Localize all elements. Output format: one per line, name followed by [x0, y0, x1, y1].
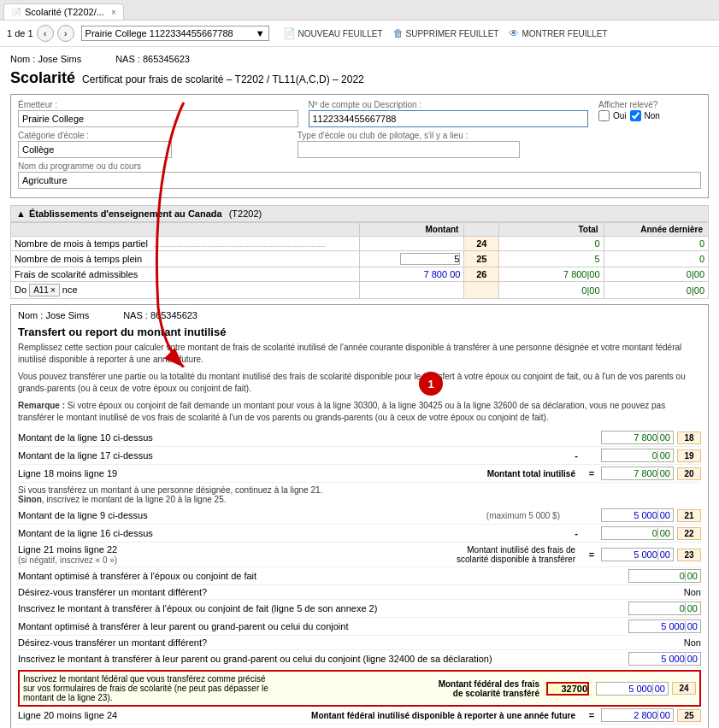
- tab-bar: 📄 Scolarité (T2202/... ×: [0, 0, 719, 21]
- dropdown-arrow-icon: ▼: [256, 28, 265, 38]
- montant-input[interactable]: [400, 253, 460, 265]
- person-nas: NAS : 865345623: [115, 54, 190, 64]
- programme-label: Nom du programme ou du cours: [18, 161, 701, 171]
- col-num-header: [464, 223, 499, 237]
- row-num-cell: 26: [464, 267, 499, 282]
- line-19-num: 19: [677, 449, 701, 462]
- etablissements-title: Établissements d'enseignement au Canada: [29, 208, 222, 219]
- inscrire1-label: Inscrivez le montant à transférer à l'ép…: [18, 603, 625, 614]
- table-row: Nombre de mois à temps partiel 24 0 0: [11, 237, 709, 251]
- emetteur-input[interactable]: [18, 110, 298, 127]
- inscrire2-label: Inscrivez le montant à transférer à leur…: [18, 654, 625, 664]
- oui-checkbox[interactable]: [598, 110, 610, 121]
- line-21-value: 5 00000: [601, 508, 674, 522]
- record-dropdown[interactable]: Prairie College 1122334455667788 ▼: [81, 26, 269, 41]
- line-24-value: 5 00000: [596, 682, 669, 696]
- person-info-bar: Nom : Jose Sims NAS : 865345623: [10, 54, 709, 64]
- line-25-extra: Montant fédéral inutilisé disponible à r…: [298, 711, 582, 720]
- emetteur-group: Émetteur :: [18, 100, 298, 127]
- desire2-row: Désirez-vous transférer un montant diffé…: [18, 636, 701, 650]
- line-20-row: Ligne 18 moins ligne 19 Montant total in…: [18, 465, 701, 483]
- table-row: Do A11 × nce 0|00 0|00: [11, 282, 709, 299]
- opt-transfer2-value: 5 00000: [628, 619, 701, 633]
- delete-sheet-label: SUPPRIMER FEUILLET: [406, 29, 499, 38]
- etablissements-table: Montant Total Année dernière Nombre de m…: [10, 222, 709, 299]
- row-label: Do A11 × nce: [11, 282, 360, 299]
- inscrire2-value: 5 00000: [628, 652, 701, 666]
- line-24-field-input[interactable]: [546, 682, 589, 696]
- type-ecole-input[interactable]: [298, 141, 520, 158]
- line-25-row: Ligne 20 moins ligne 24 Montant fédéral …: [18, 707, 701, 725]
- row-num-cell: 24: [464, 237, 499, 251]
- line-21-num: 21: [677, 509, 701, 522]
- active-tab[interactable]: 📄 Scolarité (T2202/... ×: [3, 3, 124, 20]
- transfer-title: Transfert ou report du montant inutilisé: [18, 326, 701, 338]
- row-last-cell: 0|00: [604, 282, 708, 299]
- show-sheet-icon: 👁: [509, 27, 519, 39]
- line-25-label: Ligne 20 moins ligne 24: [18, 710, 295, 720]
- tab-close-btn[interactable]: ×: [111, 8, 116, 17]
- show-sheet-label: MONTRER FEUILLET: [522, 29, 607, 38]
- line-18-label: Montant de la ligne 10 ci-dessus: [18, 432, 567, 443]
- row-last-cell: 0: [604, 251, 708, 267]
- opt-transfer1-value: 000: [628, 569, 701, 583]
- transfer-section: Nom : Jose Sims NAS : 865345623 Transfer…: [10, 304, 709, 728]
- do-text: Do: [15, 285, 27, 295]
- page-of-label: 1 de 1: [7, 28, 33, 38]
- line-24-extra: Montant fédéral des fraisde scolarité tr…: [283, 679, 543, 698]
- prev-page-btn[interactable]: ‹: [37, 25, 54, 42]
- categorie-row: Catégorie d'école : Type d'école ou club…: [18, 131, 701, 158]
- line-18-value: 7 80000: [601, 431, 674, 444]
- row-last-cell: 0|00: [604, 267, 708, 282]
- row-montant-cell: 7 800 00: [360, 267, 464, 282]
- line-20-value: 7 80000: [601, 467, 674, 480]
- categorie-label: Catégorie d'école :: [18, 131, 287, 140]
- next-page-btn[interactable]: ›: [57, 25, 74, 42]
- sheet-tag[interactable]: A11 ×: [29, 284, 60, 296]
- desire1-row: Désirez-vous transférer un montant diffé…: [18, 585, 701, 600]
- line-24-num: 24: [672, 682, 696, 695]
- etablissements-code: (T2202): [229, 208, 262, 219]
- table-row: Frais de scolarité admissibles 7 800 00 …: [11, 267, 709, 282]
- line-18-row: Montant de la ligne 10 ci-dessus 7 80000…: [18, 429, 701, 447]
- line-21-label: Montant de la ligne 9 ci-dessus: [18, 510, 483, 520]
- show-sheet-btn[interactable]: 👁 MONTRER FEUILLET: [509, 27, 607, 39]
- inscrire1-value: 000: [628, 602, 701, 615]
- afficher-checkboxes: Oui Non: [598, 110, 701, 121]
- chevron-icon: ▲: [16, 208, 26, 219]
- non-checkbox[interactable]: [630, 110, 641, 121]
- line-23-row: Ligne 21 moins ligne 22 (si négatif, ins…: [18, 543, 701, 567]
- etablissements-header[interactable]: ▲ Établissements d'enseignement au Canad…: [10, 205, 709, 222]
- row-montant-cell: [360, 251, 464, 267]
- desire2-label: Désirez-vous transférer un montant diffé…: [18, 637, 681, 648]
- line-23-extra: Montant inutilisé des frais descolarité …: [298, 545, 582, 564]
- compte-label: Nº de compte ou Description :: [309, 100, 589, 109]
- person2-info-bar: Nom : Jose Sims NAS : 865345623: [18, 310, 701, 320]
- row-label: Nombre de mois à temps plein: [11, 251, 360, 267]
- opt-transfer1-label: Montant optimisé à transférer à l'époux …: [18, 571, 625, 581]
- categorie-input[interactable]: [18, 141, 172, 158]
- programme-input[interactable]: [18, 172, 701, 189]
- line-19-value: 000: [601, 449, 674, 462]
- row-label: Nombre de mois à temps partiel: [11, 237, 360, 251]
- sheet-tag-close[interactable]: ×: [50, 285, 56, 295]
- line-21-extra: (maximum 5 000 $): [486, 511, 567, 520]
- step-bubble-1: 1: [419, 372, 443, 396]
- non-label: Non: [645, 111, 660, 120]
- programme-row: Nom du programme ou du cours: [18, 161, 701, 189]
- col-annee: Année dernière: [604, 223, 708, 237]
- compte-input[interactable]: [309, 110, 589, 127]
- line-22-label: Montant de la ligne 16 ci-dessus: [18, 528, 567, 538]
- delete-sheet-btn[interactable]: 🗑 SUPPRIMER FEUILLET: [393, 27, 499, 39]
- table-row: Nombre de mois à temps plein 25 5 0: [11, 251, 709, 267]
- row-total-cell: 0: [499, 237, 604, 251]
- type-ecole-group: Type d'école ou club de pilotage, s'il y…: [298, 131, 701, 158]
- desire1-value: Non: [684, 587, 701, 597]
- row-last-cell: 0: [604, 237, 708, 251]
- new-sheet-btn[interactable]: 📄 NOUVEAU FEUILLET: [283, 27, 383, 39]
- opt-transfer2-label: Montant optimisé à transférer à leur par…: [18, 621, 625, 631]
- transfer-desc2: Vous pouvez transférer une partie ou la …: [18, 371, 701, 395]
- row-montant-cell: [360, 237, 464, 251]
- page-nav: 1 de 1 ‹ ›: [7, 25, 74, 42]
- nce-text: nce: [62, 285, 78, 295]
